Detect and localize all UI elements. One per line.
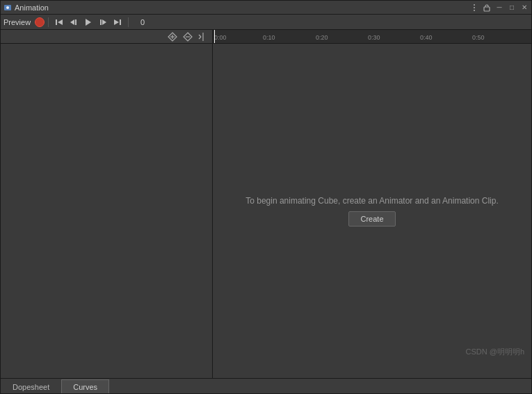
ruler-mark-30: 0:30 [368,34,380,41]
preview-label: Preview [3,18,31,26]
svg-rect-9 [75,19,76,25]
svg-point-2 [474,4,475,6]
step-back-button[interactable] [67,16,81,28]
play-controls [52,16,124,28]
ruler-mark-10: 0:10 [263,34,275,41]
svg-line-21 [199,35,201,37]
preview-toggle[interactable] [35,17,45,27]
properties-panel [1,44,213,378]
title-bar: Animation ─ □ ✕ [1,1,531,15]
svg-marker-8 [70,19,74,25]
ruler-mark-0: 0:00 [214,34,227,41]
separator-2 [128,17,129,27]
svg-marker-7 [58,19,63,25]
lock-icon[interactable] [483,3,491,12]
bottom-tabs: Dopesheet Curves [1,378,531,393]
ruler-mark-20: 0:20 [316,34,328,41]
window-title: Animation [15,3,49,12]
title-bar-left: Animation [3,3,49,12]
main-content: To begin animating Cube, create an Anima… [1,44,531,378]
keyframe-snap-button[interactable] [197,31,209,42]
toolbar: Preview [1,15,531,30]
tab-dopesheet[interactable]: Dopesheet [1,379,61,393]
add-keyframe-button[interactable] [166,31,179,42]
timeline-ruler-area[interactable]: 0:00 0:10 0:20 0:30 0:40 0:50 [213,30,531,43]
svg-rect-13 [120,19,121,25]
svg-point-1 [6,6,9,9]
separator-1 [48,17,49,27]
timeline-header: 0:00 0:10 0:20 0:30 0:40 0:50 [1,30,531,44]
play-button[interactable] [81,16,95,28]
ruler-mark-40: 0:40 [420,34,433,41]
ruler-mark-50: 0:50 [472,34,485,41]
minimize-icon[interactable]: ─ [495,3,503,12]
svg-marker-14 [114,19,119,25]
svg-rect-12 [100,19,102,25]
animation-window: Animation ─ □ ✕ Preview [0,0,532,394]
timeline-cursor [214,30,215,43]
frame-number[interactable]: 0 [132,18,153,26]
maximize-icon[interactable]: □ [508,3,516,12]
svg-line-22 [199,37,201,39]
svg-point-4 [474,10,475,11]
svg-marker-11 [102,19,106,25]
close-icon[interactable]: ✕ [520,3,529,12]
svg-marker-10 [86,19,91,26]
animation-window-icon [3,3,12,12]
svg-rect-6 [56,19,57,25]
delete-keyframe-button[interactable] [182,31,194,42]
tab-curves[interactable]: Curves [61,379,109,393]
timeline-panel: To begin animating Cube, create an Anima… [213,44,531,378]
skip-to-start-button[interactable] [52,16,66,28]
kebab-menu-icon[interactable] [470,3,478,12]
create-animator-message: To begin animating Cube, create an Anima… [245,196,499,206]
skip-to-end-button[interactable] [111,16,124,28]
create-button[interactable]: Create [348,211,395,227]
center-message: To begin animating Cube, create an Anima… [245,196,499,227]
svg-point-3 [474,7,475,8]
title-bar-right: ─ □ ✕ [470,3,529,12]
watermark: CSDN @明明明h [465,347,524,357]
svg-rect-5 [484,7,490,11]
step-forward-button[interactable] [96,16,110,28]
timeline-header-left [1,30,213,43]
